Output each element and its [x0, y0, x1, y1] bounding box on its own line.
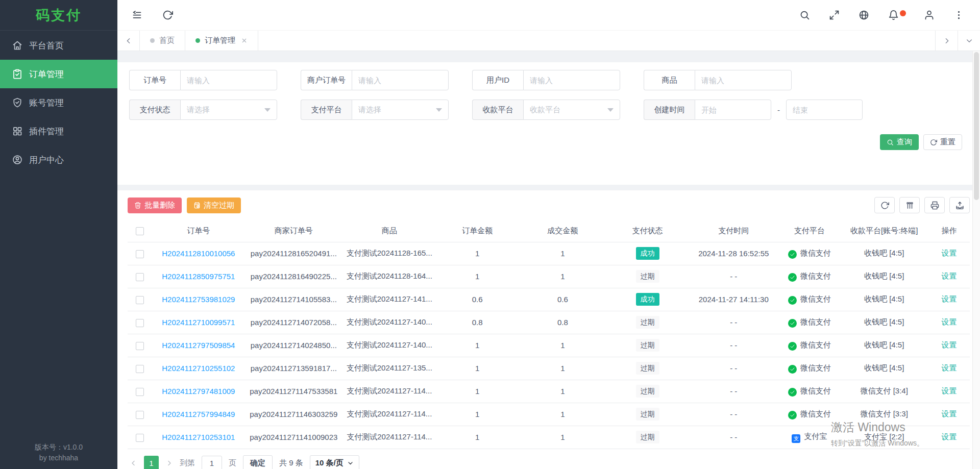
fullscreen-button[interactable] [829, 10, 840, 21]
search-button[interactable] [799, 10, 811, 21]
settings-link[interactable]: 设置 [941, 271, 957, 280]
merchant-order-no: pay2024112714024850... [251, 341, 337, 350]
search-submit-button[interactable]: 查询 [880, 134, 919, 150]
select-placeholder: 请选择 [358, 105, 381, 115]
sidebar-item-plugin-management[interactable]: 插件管理 [0, 117, 117, 145]
order-number-link[interactable]: H2024112797481009 [162, 387, 235, 396]
row-checkbox[interactable] [136, 250, 144, 258]
goto-confirm-button[interactable]: 确定 [243, 455, 273, 469]
tab-label: 首页 [159, 36, 175, 45]
start-date-input[interactable] [695, 100, 771, 120]
tabs-scroll-right-button[interactable] [935, 31, 958, 51]
row-checkbox[interactable] [136, 319, 144, 327]
notifications-button[interactable] [888, 10, 899, 21]
settings-link[interactable]: 设置 [941, 386, 957, 395]
goto-page-input[interactable] [202, 456, 222, 469]
sidebar-item-account-management[interactable]: 账号管理 [0, 88, 117, 117]
home-icon [12, 40, 22, 51]
export-button[interactable] [949, 197, 970, 213]
page-number-button[interactable]: 1 [144, 456, 159, 469]
sidebar-item-platform-home[interactable]: 平台首页 [0, 31, 117, 60]
pagination: 1 到第 页 确定 共 9 条 10 条/页 [128, 455, 970, 469]
more-options-button[interactable] [953, 10, 965, 21]
collapse-sidebar-button[interactable] [132, 10, 143, 21]
receive-platform-select[interactable]: 收款平台 [523, 100, 620, 120]
merchant-order-no: pay2024112816490225... [251, 272, 337, 281]
product-name: 支付测试20241128-165... [347, 249, 432, 257]
product-input[interactable] [695, 70, 792, 90]
order-number-link[interactable]: H2024112710255102 [162, 364, 235, 373]
filter-label: 订单号 [129, 70, 180, 90]
user-profile-button[interactable] [924, 10, 935, 21]
end-date-input[interactable] [786, 100, 863, 120]
settings-link[interactable]: 设置 [941, 432, 957, 441]
tab-bar: 首页 订单管理 [117, 31, 980, 51]
order-number-link[interactable]: H2024112797509854 [162, 341, 235, 350]
settings-link[interactable]: 设置 [941, 294, 957, 303]
status-badge: 过期 [636, 408, 659, 420]
reset-button[interactable]: 重置 [923, 134, 962, 150]
column-filter-button[interactable] [899, 197, 920, 213]
row-checkbox[interactable] [136, 342, 144, 350]
close-tab-icon[interactable] [241, 37, 248, 44]
order-number-link[interactable]: H2024112757994849 [162, 410, 235, 418]
order-no-input[interactable] [180, 70, 277, 90]
paid-amount: 1 [560, 387, 565, 396]
sidebar-item-order-management[interactable]: 订单管理 [0, 60, 117, 88]
sidebar-item-user-center[interactable]: 用户中心 [0, 145, 117, 174]
tab-order-management[interactable]: 订单管理 [185, 31, 258, 51]
paid-amount: 0.8 [557, 318, 568, 327]
status-badge: 成功 [636, 247, 659, 259]
vertical-scrollbar[interactable] [972, 51, 980, 469]
pay-status-select[interactable]: 请选择 [180, 100, 277, 120]
language-button[interactable] [859, 10, 870, 21]
order-number-link[interactable]: H2024112710253101 [162, 433, 235, 441]
prev-page-button[interactable] [130, 459, 137, 467]
batch-delete-button[interactable]: 批量删除 [128, 198, 182, 213]
pay-time: - - [730, 433, 737, 441]
pay-platform-select[interactable]: 请选择 [352, 100, 449, 120]
reset-button-label: 重置 [940, 137, 955, 147]
row-checkbox[interactable] [136, 273, 144, 281]
platform-name: 微信支付 [800, 317, 831, 326]
topbar [117, 0, 980, 31]
receive-platform-filter: 收款平台 收款平台 [472, 100, 620, 120]
filter-label: 商品 [644, 70, 695, 90]
row-checkbox[interactable] [136, 365, 144, 373]
order-number-link[interactable]: H2024112850975751 [162, 272, 235, 281]
status-badge: 过期 [636, 362, 659, 374]
receiving-account: 收钱吧 [4:5] [864, 317, 904, 326]
refresh-table-button[interactable] [874, 197, 895, 213]
settings-link[interactable]: 设置 [941, 249, 957, 257]
next-page-button[interactable] [165, 459, 173, 467]
product-name: 支付测试20241127-140... [347, 340, 432, 349]
tab-home[interactable]: 首页 [140, 31, 185, 51]
order-number-link[interactable]: H2024112710099571 [162, 318, 235, 327]
scrollbar-thumb[interactable] [974, 52, 979, 200]
settings-link[interactable]: 设置 [941, 317, 957, 326]
clear-expired-button[interactable]: 清空过期 [187, 198, 241, 213]
order-table: 订单号 商家订单号 商品 订单金额 成交金额 支付状态 支付时间 支付平台 收款… [128, 220, 970, 449]
row-checkbox[interactable] [136, 434, 144, 442]
tabs-menu-button[interactable] [958, 31, 980, 51]
merchant-order-no-input[interactable] [352, 70, 449, 90]
sidebar-item-label: 插件管理 [29, 126, 64, 137]
order-number-link[interactable]: H2024112810010056 [162, 249, 235, 258]
product-name: 支付测试20241127-114... [347, 409, 432, 418]
notification-dot [900, 10, 906, 16]
export-icon [955, 201, 964, 210]
user-id-input[interactable] [523, 70, 620, 90]
settings-link[interactable]: 设置 [941, 409, 957, 418]
row-checkbox[interactable] [136, 296, 144, 304]
select-all-checkbox[interactable] [136, 227, 144, 235]
settings-link[interactable]: 设置 [941, 340, 957, 349]
print-button[interactable] [924, 197, 945, 213]
row-checkbox[interactable] [136, 388, 144, 396]
row-checkbox[interactable] [136, 411, 144, 419]
refresh-page-button[interactable] [162, 10, 174, 21]
page-size-select[interactable]: 10 条/页 [310, 455, 359, 469]
order-number-link[interactable]: H2024112753981029 [162, 295, 235, 304]
settings-link[interactable]: 设置 [941, 363, 957, 372]
tab-label: 订单管理 [205, 36, 235, 45]
tabs-scroll-left-button[interactable] [117, 31, 140, 51]
